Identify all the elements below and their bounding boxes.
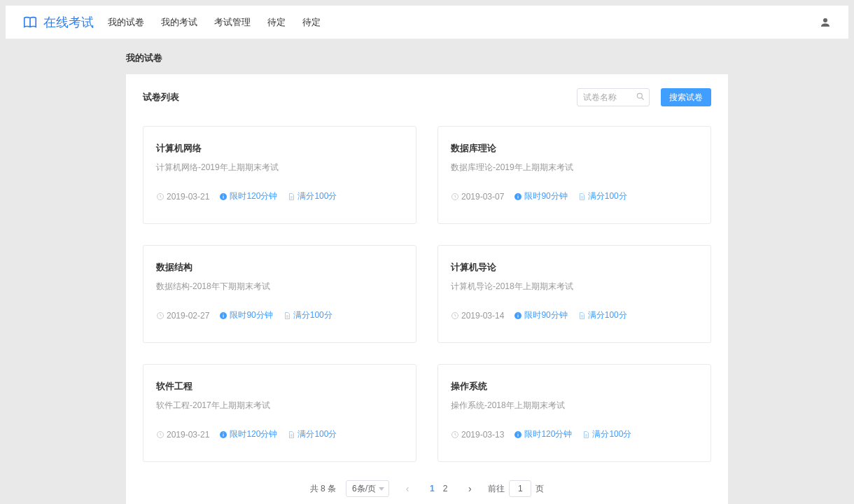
exam-card[interactable]: 计算机网络计算机网络-2019年上期期末考试2019-03-21限时120分钟满… [143,126,416,224]
svg-point-0 [823,18,827,22]
card-limit: 限时120分钟 [514,428,572,440]
clock-icon [451,312,459,320]
document-icon [287,192,295,201]
svg-rect-17 [518,315,519,318]
clock-icon [156,312,164,320]
nav-item[interactable]: 我的考试 [161,16,197,29]
document-icon [287,430,295,439]
logo[interactable]: 在线考试 [22,14,94,31]
svg-rect-25 [518,434,519,437]
card-date: 2019-03-13 [451,430,504,440]
pagination-total: 共 8 条 [310,483,336,495]
card-limit: 限时120分钟 [219,428,277,440]
page-size-select[interactable]: 6条/页 [346,480,389,497]
card-score: 满分100分 [283,309,332,321]
clock-icon [156,192,164,201]
next-page-button[interactable]: › [461,480,478,497]
panel: 试卷列表 搜索试卷 计算机网络计算机网络-2019年上期期末考试2019-03-… [126,74,728,504]
card-score: 满分100分 [582,428,631,440]
card-grid: 计算机网络计算机网络-2019年上期期末考试2019-03-21限时120分钟满… [143,126,711,462]
page-number[interactable]: 2 [439,484,452,493]
nav-item[interactable]: 待定 [302,16,321,29]
info-icon [514,192,522,201]
card-desc: 计算机导论-2018年上期期末考试 [451,281,698,293]
svg-point-6 [223,194,224,195]
info-icon [219,430,227,439]
header: 在线考试 我的试卷我的考试考试管理待定待定 [6,6,848,39]
card-score: 满分100分 [578,309,627,321]
exam-card[interactable]: 操作系统操作系统-2018年上期期末考试2019-03-13限时120分钟满分1… [438,364,711,462]
jump-suffix: 页 [536,483,544,495]
card-date: 2019-03-21 [156,430,209,440]
brand-text: 在线考试 [43,14,94,31]
svg-point-10 [518,194,519,195]
search-input[interactable] [577,88,650,106]
card-desc: 数据库理论-2019年上期期末考试 [451,162,698,174]
card-desc: 操作系统-2018年上期期末考试 [451,400,698,412]
card-title: 操作系统 [451,380,698,393]
svg-point-26 [518,432,519,433]
info-icon [514,430,522,439]
svg-point-14 [223,313,224,314]
document-icon [578,312,586,320]
clock-icon [451,430,459,439]
info-icon [219,192,227,201]
nav-item[interactable]: 考试管理 [214,16,251,29]
main-container: 我的试卷 试卷列表 搜索试卷 计算机网络计算机网络-2019年上期期末考试201… [126,39,728,504]
card-score: 满分100分 [287,428,337,440]
card-limit: 限时90分钟 [514,190,567,202]
card-title: 数据库理论 [451,142,698,155]
card-title: 计算机导论 [451,261,698,274]
card-date: 2019-02-27 [156,311,209,321]
list-label: 试卷列表 [143,91,577,104]
card-meta: 2019-03-07限时90分钟满分100分 [451,190,698,202]
page-number[interactable]: 1 [426,484,439,493]
nav-item[interactable]: 待定 [267,16,286,29]
search-box [577,88,650,106]
panel-head: 试卷列表 搜索试卷 [143,88,711,106]
card-score: 满分100分 [578,190,627,202]
card-date: 2019-03-14 [451,311,504,321]
nav-item[interactable]: 我的试卷 [108,16,144,29]
jump-input[interactable] [509,480,531,497]
jump-prefix: 前往 [488,483,505,495]
card-meta: 2019-02-27限时90分钟满分100分 [156,309,403,321]
card-score: 满分100分 [287,190,337,202]
clock-icon [451,192,459,201]
card-meta: 2019-03-21限时120分钟满分100分 [156,190,403,202]
card-meta: 2019-03-14限时90分钟满分100分 [451,309,698,321]
document-icon [578,192,586,201]
info-icon [219,312,227,320]
exam-card[interactable]: 计算机导论计算机导论-2018年上期期末考试2019-03-14限时90分钟满分… [438,245,711,343]
clock-icon [156,430,164,439]
nav: 我的试卷我的考试考试管理待定待定 [108,16,819,29]
exam-card[interactable]: 软件工程软件工程-2017年上期期末考试2019-03-21限时120分钟满分1… [143,364,416,462]
page-title: 我的试卷 [126,39,728,74]
page-numbers: 12 [426,484,451,493]
card-desc: 计算机网络-2019年上期期末考试 [156,162,403,174]
card-meta: 2019-03-13限时120分钟满分100分 [451,428,698,440]
svg-point-22 [223,432,224,433]
card-meta: 2019-03-21限时120分钟满分100分 [156,428,403,440]
card-limit: 限时90分钟 [219,309,272,321]
exam-card[interactable]: 数据结构数据结构-2018年下期期末考试2019-02-27限时90分钟满分10… [143,245,416,343]
card-limit: 限时120分钟 [219,190,277,202]
book-icon [22,15,38,30]
search-button[interactable]: 搜索试卷 [661,88,711,106]
card-desc: 数据结构-2018年下期期末考试 [156,281,403,293]
document-icon [283,312,291,320]
card-date: 2019-03-07 [451,192,504,202]
card-title: 软件工程 [156,380,403,393]
pagination: 共 8 条 6条/页 ‹ 12 › 前往 页 [143,480,711,497]
user-icon[interactable] [819,16,832,29]
svg-rect-21 [223,434,224,437]
exam-card[interactable]: 数据库理论数据库理论-2019年上期期末考试2019-03-07限时90分钟满分… [438,126,711,224]
svg-rect-9 [518,196,519,199]
card-desc: 软件工程-2017年上期期末考试 [156,400,403,412]
card-date: 2019-03-21 [156,192,209,202]
prev-page-button[interactable]: ‹ [399,480,416,497]
document-icon [582,430,590,439]
card-title: 计算机网络 [156,142,403,155]
svg-rect-5 [223,196,224,199]
info-icon [514,312,522,320]
